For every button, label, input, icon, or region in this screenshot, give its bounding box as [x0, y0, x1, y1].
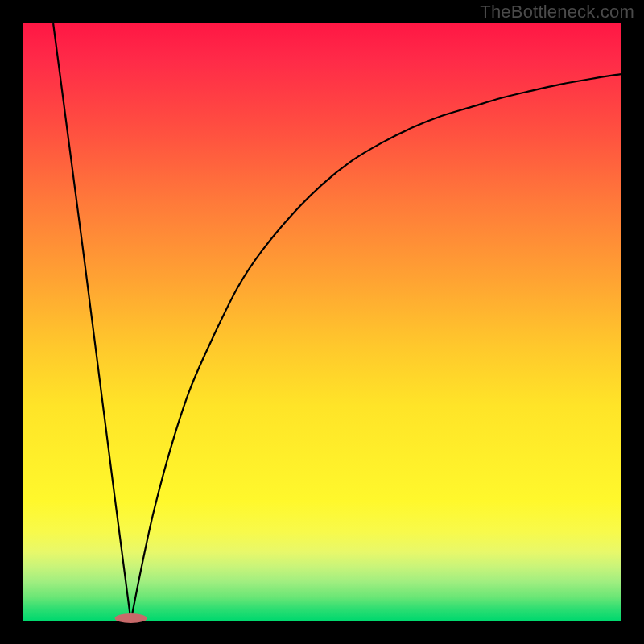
watermark-text: TheBottleneck.com	[480, 2, 634, 23]
plot-area	[23, 23, 621, 621]
bottleneck-curve	[53, 23, 621, 621]
chart-frame: TheBottleneck.com	[0, 0, 644, 644]
curve-layer	[23, 23, 621, 621]
min-marker	[115, 613, 147, 623]
